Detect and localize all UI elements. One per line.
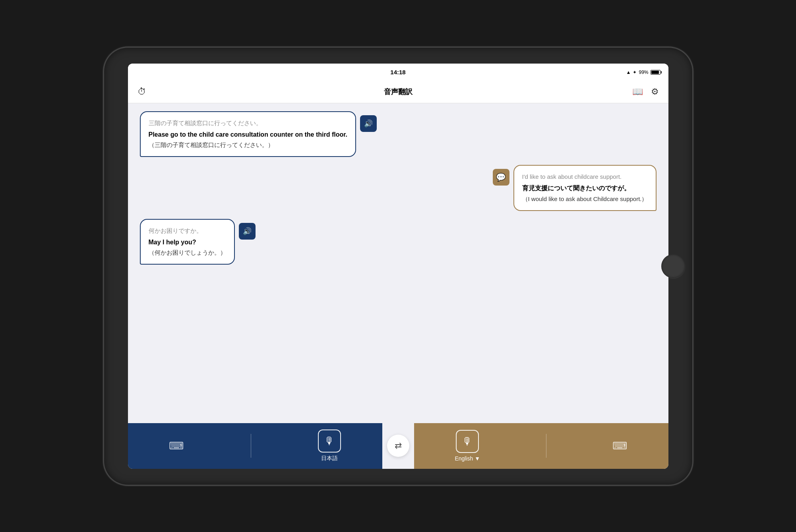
msg2-line3: （I would like to ask about Childcare sup…: [522, 194, 648, 204]
bubble-1: 三階の子育て相談窓口に行ってください。 Please go to the chi…: [140, 111, 356, 157]
mic-icon-english: 🎙: [462, 435, 473, 448]
bubble-2: I'd like to ask about childcare support.…: [513, 165, 657, 211]
japanese-label: 日本語: [321, 455, 338, 462]
home-button[interactable]: [661, 254, 685, 278]
status-icons: ▲ ✦ 99%: [626, 70, 660, 75]
mic-icon-japanese: 🎙: [324, 435, 335, 447]
bottom-right: 🎙 English ▼ ⌨: [414, 423, 668, 469]
nav-icons: 📖 ⚙: [632, 87, 659, 97]
nav-bar: ⏱ 音声翻訳 📖 ⚙: [128, 81, 668, 103]
msg3-line3: （何かお困りでしょうか。）: [149, 248, 226, 257]
chat-icon: 💬: [493, 169, 509, 186]
english-label: English ▼: [455, 455, 480, 462]
settings-icon[interactable]: ⚙: [651, 87, 659, 97]
bubble-3: 何かお困りですか。 May I help you? （何かお困りでしょうか。）: [140, 219, 235, 265]
mic-box-japanese: 🎙: [318, 429, 341, 453]
msg1-line1: 三階の子育て相談窓口に行ってください。: [149, 118, 348, 128]
divider-left: [251, 434, 251, 458]
battery-fill: [651, 71, 659, 74]
mic-box-english: 🎙: [456, 430, 479, 453]
bottom-left: ⌨ 🎙 日本語: [128, 423, 382, 469]
msg3-line1: 何かお困りですか。: [149, 226, 226, 236]
book-icon[interactable]: 📖: [632, 87, 643, 97]
battery-percent: 99%: [639, 70, 648, 75]
bottom-bar: ⌨ 🎙 日本語 ⇄ 🎙: [128, 423, 668, 469]
keyboard-button-right[interactable]: ⌨: [612, 440, 628, 452]
msg1-line3: （三階の子育て相談窓口に行ってください。）: [149, 140, 348, 150]
swap-container: ⇄: [382, 423, 414, 469]
bluetooth-icon: ✦: [633, 70, 637, 75]
mic-button-japanese[interactable]: 🎙 日本語: [318, 429, 341, 462]
status-bar: 14:18 ▲ ✦ 99%: [128, 64, 668, 81]
speaker-button-1[interactable]: 🔊: [360, 115, 377, 132]
speaker-icon-3: 🔊: [243, 227, 252, 236]
msg2-line1: I'd like to ask about childcare support.: [522, 172, 648, 182]
msg3-line2: May I help you?: [149, 237, 226, 248]
mic-button-english[interactable]: 🎙 English ▼: [455, 430, 480, 462]
swap-icon: ⇄: [395, 441, 402, 451]
message-2: 💬 I'd like to ask about childcare suppor…: [140, 165, 657, 211]
history-icon[interactable]: ⏱: [138, 87, 146, 97]
swap-button[interactable]: ⇄: [387, 435, 409, 457]
chat-area: 三階の子育て相談窓口に行ってください。 Please go to the chi…: [128, 103, 668, 423]
msg1-line2: Please go to the child care consultation…: [149, 130, 348, 140]
speaker-icon-1: 🔊: [364, 119, 373, 128]
status-time: 14:18: [390, 69, 405, 75]
battery-bar: [651, 70, 660, 75]
divider-right: [546, 434, 546, 458]
msg2-line2: 育児支援について聞きたいのですが。: [522, 183, 648, 193]
screen: 14:18 ▲ ✦ 99% ⏱ 音声翻訳 📖 ⚙: [128, 64, 668, 469]
speaker-button-3[interactable]: 🔊: [239, 223, 256, 240]
keyboard-icon-left: ⌨: [169, 440, 184, 452]
signal-icon: ▲: [626, 70, 631, 75]
message-3: 何かお困りですか。 May I help you? （何かお困りでしょうか。） …: [140, 219, 657, 265]
chat-bubble-icon: 💬: [496, 172, 506, 182]
message-1: 三階の子育て相談窓口に行ってください。 Please go to the chi…: [140, 111, 657, 157]
keyboard-icon-right: ⌨: [612, 440, 628, 452]
nav-title: 音声翻訳: [384, 87, 413, 97]
device-frame: 14:18 ▲ ✦ 99% ⏱ 音声翻訳 📖 ⚙: [104, 48, 692, 485]
keyboard-button-left[interactable]: ⌨: [169, 440, 184, 452]
